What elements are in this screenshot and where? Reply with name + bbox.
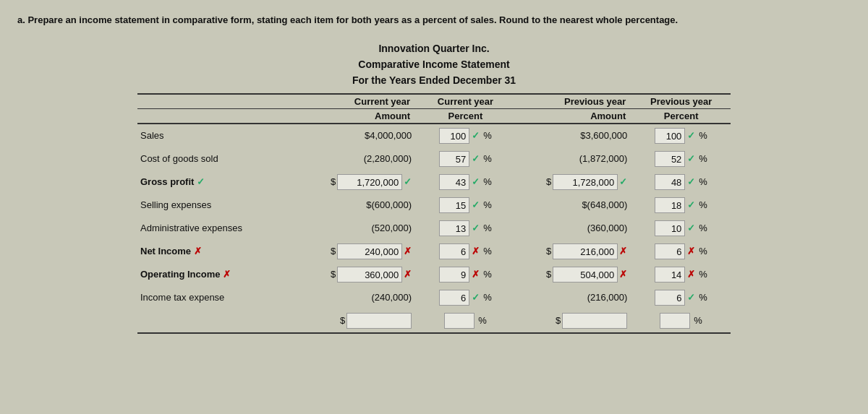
cy-amount-cell: (240,000) bbox=[299, 286, 417, 309]
pct-input[interactable]: 100 bbox=[655, 128, 685, 144]
cy-amount-cell: $ bbox=[299, 309, 417, 333]
amount-check-icon: ✓ bbox=[404, 176, 412, 187]
pct-cell-content: 18✓% bbox=[634, 197, 728, 213]
header-cy-amount: Current year bbox=[299, 94, 417, 109]
py-amount-cell: $216,000✗ bbox=[515, 240, 632, 263]
pct-cell-content: 6✓% bbox=[419, 290, 512, 306]
final-cy-input[interactable] bbox=[346, 313, 412, 329]
pct-cell-content: 52✓% bbox=[634, 151, 728, 167]
pct-input[interactable]: 9 bbox=[439, 267, 469, 283]
final-py-pct[interactable] bbox=[660, 313, 690, 329]
header-row-1: Current year Current year Previous year … bbox=[137, 94, 731, 109]
cy-amount-text: (240,000) bbox=[371, 292, 412, 303]
cy-pct-cell: 9✗% bbox=[416, 263, 515, 286]
pct-cell-content: 43✓% bbox=[419, 174, 512, 190]
pct-cell-content: 48✓% bbox=[634, 174, 728, 190]
pct-symbol: % bbox=[483, 130, 492, 141]
py-pct-cell: 52✓% bbox=[631, 147, 731, 171]
pct-symbol: % bbox=[699, 130, 707, 141]
x-icon: ✗ bbox=[687, 269, 695, 280]
final-py-input[interactable] bbox=[562, 313, 627, 329]
amount-check-icon: ✓ bbox=[619, 176, 627, 187]
pct-input[interactable]: 6 bbox=[439, 290, 469, 306]
py-pct-cell: 6✓% bbox=[631, 286, 731, 309]
pct-input[interactable]: 6 bbox=[655, 243, 685, 259]
pct-input[interactable]: 15 bbox=[439, 197, 469, 213]
period-title: For the Years Ended December 31 bbox=[17, 72, 851, 88]
cy-amount-cell: $(600,000) bbox=[299, 194, 417, 217]
cy-pct-cell: % bbox=[416, 309, 515, 333]
pct-input[interactable]: 52 bbox=[655, 151, 685, 167]
statement-title: Comparative Income Statement bbox=[17, 56, 851, 72]
dollar-sign: $ bbox=[331, 176, 336, 187]
header-sub-label-empty bbox=[137, 108, 299, 124]
py-amount-input[interactable]: 504,000 bbox=[553, 267, 618, 283]
pct-symbol: % bbox=[699, 246, 707, 256]
pct-input[interactable]: 13 bbox=[439, 220, 469, 236]
pct-input[interactable]: 57 bbox=[439, 151, 469, 167]
pct-input[interactable]: 100 bbox=[439, 128, 469, 144]
pct-symbol: % bbox=[694, 315, 702, 326]
pct-input[interactable]: 43 bbox=[439, 174, 469, 190]
pct-input[interactable]: 18 bbox=[655, 197, 685, 213]
cy-amount-input[interactable]: 360,000 bbox=[337, 267, 402, 283]
pct-symbol: % bbox=[483, 199, 492, 210]
pct-cell-content: 14✗% bbox=[634, 267, 728, 283]
table-row: Sales$4,000,000 100✓% $3,600,000 100✓% bbox=[137, 124, 731, 147]
check-icon: ✓ bbox=[687, 176, 695, 187]
table-row: Administrative expenses(520,000) 13✓% (3… bbox=[137, 217, 731, 240]
py-amount-input[interactable]: 216,000 bbox=[553, 243, 618, 259]
cy-amount-cell: $240,000✗ bbox=[299, 240, 417, 263]
instruction-label: a. Prepare an income statement in compar… bbox=[17, 14, 678, 25]
cy-amount-cell: $4,000,000 bbox=[299, 124, 417, 147]
pct-symbol: % bbox=[483, 292, 492, 303]
cy-pct-cell: 100✓% bbox=[416, 124, 515, 147]
pct-input[interactable]: 10 bbox=[655, 220, 685, 236]
pct-symbol: % bbox=[699, 223, 707, 233]
cy-pct-cell: 57✓% bbox=[416, 147, 515, 171]
cy-amount-input[interactable]: 1,720,000 bbox=[337, 174, 402, 190]
pct-cell-content: 15✓% bbox=[419, 197, 512, 213]
py-amount-input[interactable]: 1,728,000 bbox=[553, 174, 618, 190]
py-amount-cell: $ bbox=[515, 309, 632, 333]
cy-pct-cell: 6✓% bbox=[416, 286, 515, 309]
cy-amount-text: $4,000,000 bbox=[365, 130, 412, 141]
pct-cell-content: 100✓% bbox=[634, 128, 728, 144]
row-check-icon: ✓ bbox=[197, 176, 205, 187]
x-icon: ✗ bbox=[472, 246, 480, 256]
cy-amount-cell: (520,000) bbox=[299, 217, 417, 240]
dollar-sign: $ bbox=[546, 246, 551, 256]
check-icon: ✓ bbox=[687, 199, 695, 210]
final-cy-pct[interactable] bbox=[444, 313, 475, 329]
pct-symbol: % bbox=[699, 176, 707, 187]
cy-amount-text: $(600,000) bbox=[366, 199, 412, 210]
py-pct-cell: 6✗% bbox=[631, 240, 731, 263]
dollar-sign: $ bbox=[546, 269, 551, 280]
py-amount-cell: (1,872,000) bbox=[515, 147, 632, 171]
py-amount-cell: (216,000) bbox=[515, 286, 632, 309]
pct-input[interactable]: 6 bbox=[655, 290, 685, 306]
table-row: Net Income ✗$240,000✗ 6✗% $216,000✗ 6✗% bbox=[137, 240, 731, 263]
pct-symbol: % bbox=[483, 153, 492, 164]
table-row: Income tax expense(240,000) 6✓% (216,000… bbox=[137, 286, 731, 309]
py-amount-text: $(648,000) bbox=[582, 199, 627, 210]
row-label: Gross profit ✓ bbox=[137, 171, 299, 194]
row-label: Income tax expense bbox=[137, 286, 299, 309]
py-pct-cell: 100✓% bbox=[631, 124, 731, 147]
row-label: Sales bbox=[137, 124, 299, 147]
py-pct-cell: 48✓% bbox=[631, 171, 731, 194]
header-sub-cy-pct: Percent bbox=[416, 108, 515, 124]
py-amount-cell: $1,728,000✓ bbox=[515, 171, 632, 194]
py-amount-text: $3,600,000 bbox=[580, 130, 627, 141]
cy-amount-input[interactable]: 240,000 bbox=[337, 243, 402, 259]
pct-input[interactable]: 6 bbox=[439, 243, 469, 259]
table-wrapper: Current year Current year Previous year … bbox=[17, 93, 851, 334]
pct-cell-content: 6✗% bbox=[634, 243, 728, 259]
pct-input[interactable]: 48 bbox=[655, 174, 685, 190]
table-row: Operating Income ✗$360,000✗ 9✗% $504,000… bbox=[137, 263, 731, 286]
py-amount-cell: $504,000✗ bbox=[515, 263, 632, 286]
amount-x-icon: ✗ bbox=[404, 269, 412, 280]
pct-input[interactable]: 14 bbox=[655, 267, 685, 283]
py-amount-text: (1,872,000) bbox=[579, 153, 628, 164]
py-amount-cell: $(648,000) bbox=[515, 194, 632, 217]
